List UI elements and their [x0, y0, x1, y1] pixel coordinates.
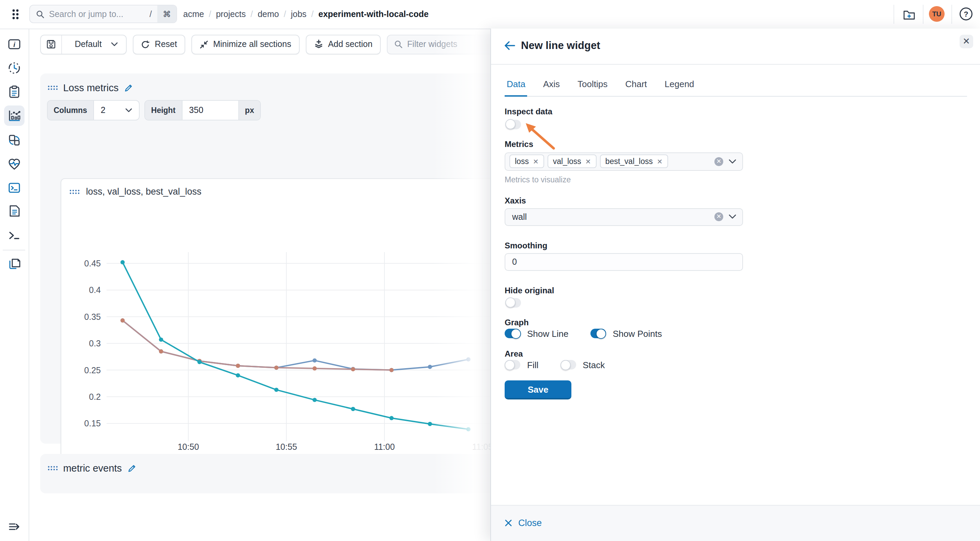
chart-widget-card: loss, val_loss, best_val_loss 0.450.40.3… — [60, 179, 490, 481]
expand-sidebar-icon[interactable] — [6, 519, 21, 534]
drawer-tabs: Data Axis Tooltips Chart Legend — [504, 79, 967, 96]
hide-original-toggle[interactable] — [505, 298, 521, 307]
chevron-down-icon — [111, 42, 118, 46]
breadcrumb-item[interactable]: demo — [258, 10, 279, 19]
show-line-toggle[interactable] — [504, 329, 520, 338]
sidebar-item-copy-icon[interactable] — [6, 257, 21, 272]
divider — [923, 5, 923, 24]
drawer-footer: Close — [491, 505, 980, 541]
clear-all-icon[interactable]: ✕ — [714, 157, 723, 166]
svg-text:i: i — [13, 41, 15, 48]
drag-handle-icon[interactable] — [47, 466, 57, 471]
remove-tag-icon[interactable]: ✕ — [657, 157, 663, 165]
svg-text:?: ? — [964, 10, 968, 18]
close-drawer-button[interactable]: Close — [504, 518, 542, 528]
add-section-button[interactable]: Add section — [305, 34, 381, 54]
top-bar: Search or jump to... / ⌘ acme/ projects/… — [0, 0, 980, 29]
sidebar-item-terminal-icon[interactable] — [6, 180, 21, 195]
stack-toggle[interactable] — [560, 360, 576, 370]
edit-pencil-icon[interactable] — [124, 84, 133, 92]
metric-tag: val_loss✕ — [547, 154, 597, 168]
cmd-shortcut-badge: ⌘ — [158, 5, 177, 22]
reset-icon — [141, 40, 150, 49]
search-placeholder: Search or jump to... — [49, 9, 145, 19]
height-input[interactable]: Height 350 px — [145, 100, 261, 121]
sidebar-item-shell-icon[interactable] — [6, 228, 21, 243]
sidebar-item-tasks-icon[interactable] — [6, 84, 21, 99]
show-line-label: Show Line — [527, 328, 568, 338]
sidebar-item-history-icon[interactable] — [6, 60, 21, 76]
columns-select[interactable]: Columns 2 — [47, 100, 139, 121]
save-preset-button[interactable] — [41, 35, 62, 54]
show-points-toggle[interactable] — [590, 329, 606, 338]
section-loss-metrics: Loss metrics Columns 2 Height 350 px — [40, 74, 490, 444]
avatar[interactable]: TU — [929, 6, 945, 22]
section-title: metric events — [63, 463, 122, 474]
floppy-icon — [46, 40, 56, 49]
svg-text:0.2: 0.2 — [89, 392, 101, 402]
minimize-all-sections-button[interactable]: Minimize all sections — [191, 34, 299, 54]
close-x-icon — [504, 520, 512, 527]
line-chart[interactable]: 0.450.40.350.30.250.20.1510:5010:5511:00… — [61, 179, 490, 480]
svg-text:0.3: 0.3 — [89, 339, 101, 348]
edit-pencil-icon[interactable] — [127, 464, 136, 473]
app-grid-icon[interactable] — [8, 7, 23, 22]
help-icon[interactable]: ? — [959, 7, 973, 21]
drawer-header: New line widget ✕ — [491, 28, 980, 64]
clear-icon[interactable]: ✕ — [714, 212, 723, 221]
smoothing-input[interactable]: 0 — [504, 253, 743, 271]
breadcrumb: acme/ projects/ demo/ jobs/ experiment-w… — [183, 0, 429, 28]
divider — [894, 5, 894, 24]
back-arrow-icon[interactable] — [504, 41, 515, 50]
svg-text:10:50: 10:50 — [177, 442, 199, 452]
new-line-widget-drawer: New line widget ✕ Data Axis Tooltips Cha… — [490, 28, 980, 541]
xaxis-select[interactable]: wall ✕ — [504, 208, 743, 225]
reset-button[interactable]: Reset — [133, 34, 185, 54]
remove-tag-icon[interactable]: ✕ — [533, 157, 539, 165]
remove-tag-icon[interactable]: ✕ — [585, 157, 591, 165]
tab-chart[interactable]: Chart — [623, 79, 649, 96]
breadcrumb-item[interactable]: acme — [183, 10, 204, 19]
metrics-multiselect[interactable]: loss✕ val_loss✕ best_val_loss✕ ✕ — [504, 152, 743, 170]
tab-tooltips[interactable]: Tooltips — [576, 79, 609, 96]
sidebar-item-sync-icon[interactable] — [6, 132, 21, 148]
sidebar-item-metrics-icon[interactable] — [6, 108, 21, 123]
sidebar-item-info-icon[interactable]: i — [6, 37, 21, 52]
hide-original-label: Hide original — [504, 286, 554, 295]
filter-widgets-input[interactable]: Filter widgets — [387, 34, 490, 54]
new-project-folder-icon[interactable] — [902, 7, 917, 22]
fill-label: Fill — [527, 360, 538, 370]
save-button[interactable]: Save — [504, 381, 571, 400]
breadcrumb-item[interactable]: jobs — [291, 10, 307, 19]
tab-axis[interactable]: Axis — [541, 79, 562, 96]
metrics-label: Metrics — [504, 140, 533, 149]
tab-legend[interactable]: Legend — [663, 79, 696, 96]
chevron-down-icon[interactable] — [729, 214, 736, 219]
metrics-helper-text: Metrics to visualize — [504, 175, 571, 183]
svg-text:0.45: 0.45 — [84, 259, 101, 268]
search-input[interactable]: Search or jump to... / ⌘ — [29, 5, 177, 23]
app-root: Search or jump to... / ⌘ acme/ projects/… — [0, 0, 980, 541]
search-icon — [394, 40, 402, 48]
dashboard-main: Default Reset Minimize all sections Add … — [28, 28, 490, 541]
svg-text:0.35: 0.35 — [84, 312, 101, 322]
svg-text:0.25: 0.25 — [84, 365, 101, 375]
inspect-data-toggle[interactable] — [505, 119, 521, 129]
chevron-down-icon[interactable] — [729, 159, 736, 163]
area-label: Area — [504, 349, 523, 358]
sidebar-item-health-icon[interactable] — [6, 156, 21, 171]
sidebar-item-logs-icon[interactable] — [6, 203, 21, 219]
divider — [951, 5, 952, 24]
add-section-icon — [313, 40, 323, 49]
fill-toggle[interactable] — [504, 360, 520, 370]
xaxis-label: Xaxis — [504, 196, 526, 205]
close-icon[interactable]: ✕ — [959, 34, 973, 48]
metric-tag: loss✕ — [509, 154, 544, 168]
preset-select[interactable]: Default — [67, 40, 126, 49]
drag-handle-icon[interactable] — [47, 86, 57, 91]
smoothing-label: Smoothing — [504, 241, 547, 250]
svg-text:11:00: 11:00 — [374, 442, 395, 452]
tab-data[interactable]: Data — [504, 79, 527, 96]
breadcrumb-item[interactable]: projects — [216, 10, 246, 19]
search-icon — [36, 10, 44, 18]
